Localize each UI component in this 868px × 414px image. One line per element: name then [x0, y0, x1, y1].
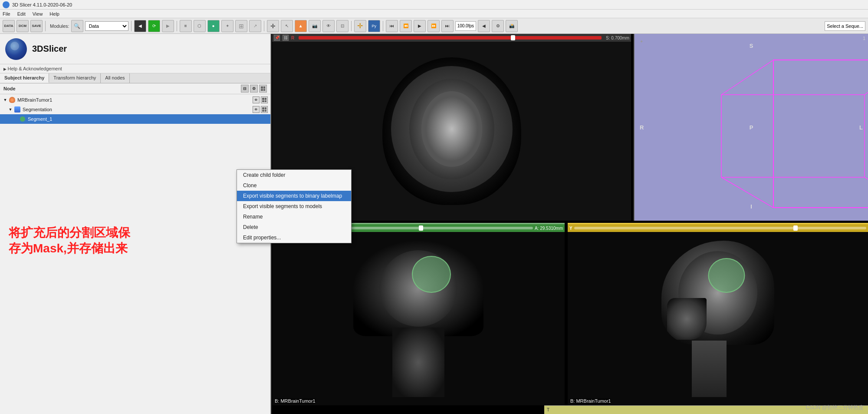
menu-file[interactable]: File	[3, 11, 10, 17]
annotation-line2: 存为Mask,并存储出来	[9, 241, 234, 256]
menu-bar: File Edit View Help	[0, 10, 868, 18]
toolbar-cam-btn[interactable]: 📷	[309, 20, 321, 32]
toolbar-seq-play-btn[interactable]: ▶	[414, 20, 426, 32]
context-menu: Create child folder Clone Export visible…	[237, 169, 352, 243]
label-L: L	[859, 124, 863, 131]
tree-label-seg1: Segment_1	[28, 116, 52, 122]
toolbar-home-btn[interactable]: ⟳	[148, 20, 160, 32]
toolbar-seq-start-btn[interactable]: ⏮	[386, 20, 398, 32]
brain-texture	[391, 66, 513, 192]
ctx-delete[interactable]: Delete	[237, 222, 351, 232]
skull-shape	[382, 57, 521, 205]
toolbar-seq-end-btn[interactable]: ⏭	[441, 20, 454, 32]
toolbar-sep1	[45, 21, 46, 31]
toolbar-sphere-btn[interactable]: ●	[207, 20, 220, 32]
toolbar-screenshot-btn[interactable]: 📸	[506, 20, 518, 32]
menu-view[interactable]: View	[33, 11, 43, 17]
sequence-selector[interactable]: Select a Seque...	[825, 21, 865, 31]
annotation: 将扩充后的分割区域保 存为Mask,并存储出来	[9, 225, 234, 257]
expand-icon-mrbrain: ▼	[3, 98, 8, 102]
sagittal-head	[661, 241, 774, 345]
expand-icon-seg: ▼	[8, 107, 13, 112]
viewport-area: 📌 ⛓ R S: 0.700mm B: MRBrainTumor1	[272, 34, 868, 414]
sagittal-brain-bg	[568, 232, 868, 405]
svg-marker-0	[773, 60, 868, 208]
brain-icon	[9, 96, 16, 103]
modules-select[interactable]: Data	[85, 21, 128, 31]
logo-area: 3DSlicer	[0, 34, 270, 64]
grid-icon-mrbrain[interactable]	[261, 96, 268, 103]
eye-icon-seg[interactable]: 👁	[253, 106, 260, 113]
toolbar-view-btn[interactable]: 👁	[322, 20, 335, 32]
toolbar-cursor-btn[interactable]: ↖	[281, 20, 293, 32]
tab-subject-hierarchy[interactable]: Subject hierarchy	[0, 73, 49, 83]
ctx-clone[interactable]: Clone	[237, 180, 351, 191]
watermark: CSDN @拒绝三分钟热度	[806, 404, 864, 411]
logo-text: 3DSlicer	[32, 44, 67, 54]
toolbar-dcm-btn[interactable]: DCM	[16, 20, 29, 32]
window-title: 3D Slicer 4.11.0-2020-06-20	[12, 2, 72, 7]
toolbar-sep2	[131, 21, 132, 31]
label-P: P	[750, 124, 753, 131]
axial-pin-icon[interactable]: 📌	[274, 35, 280, 41]
tree-item-mrbrain[interactable]: ▼ MRBrainTumor1 👁	[0, 95, 270, 105]
node-grid-icon[interactable]	[259, 85, 267, 93]
toolbar-list-btn[interactable]: ≡	[180, 20, 192, 32]
hierarchy-tabs: Subject hierarchy Transform hierarchy Al…	[0, 73, 270, 83]
menu-edit[interactable]: Edit	[17, 11, 26, 17]
node-toolbar-icons: ⊟ ⚙	[241, 85, 267, 93]
axial-link-icon[interactable]: ⛓	[283, 35, 289, 41]
ctx-rename[interactable]: Rename	[237, 212, 351, 222]
toolbar-cube-btn[interactable]: ⬡	[194, 20, 206, 32]
coronal-head	[353, 241, 483, 336]
toolbar-fps-down[interactable]: ◀	[478, 20, 490, 32]
toolbar-arrow-btn[interactable]: ↗	[249, 20, 261, 32]
toolbar-back-btn[interactable]: ◀	[134, 20, 146, 32]
sagittal-ruler[interactable]	[574, 227, 866, 229]
toolbar-grid-btn[interactable]: ⊞	[235, 20, 247, 32]
toolbar-fps-cfg[interactable]: ⚙	[492, 20, 504, 32]
svg-line-4	[865, 177, 868, 208]
menu-help[interactable]: Help	[49, 11, 59, 17]
toolbar: DATA DCM SAVE Modules: 🔍 Data ◀ ⟳ ▶ ≡ ⬡ …	[0, 18, 868, 34]
node-filter-icon[interactable]: ⊟	[241, 85, 249, 93]
view-coronal: G A: 29.5310mm B: MRBrainTumor1	[272, 223, 565, 405]
tab-all-nodes[interactable]: All nodes	[101, 73, 129, 83]
toolbar-puzzle-btn[interactable]: ✦	[221, 20, 233, 32]
tree-area: ▼ MRBrainTumor1 👁 ▼ Segme	[0, 94, 270, 125]
tree-item-segment1[interactable]: Segment_1	[0, 114, 270, 124]
toolbar-seq-prev-btn[interactable]: ⏪	[400, 20, 412, 32]
eye-icon-mrbrain[interactable]: 👁	[253, 96, 260, 103]
toolbar-data-btn[interactable]: DATA	[3, 20, 15, 32]
node-settings-icon[interactable]: ⚙	[250, 85, 258, 93]
axial-r-label: R	[291, 36, 294, 40]
seg1-icon	[19, 116, 26, 123]
toolbar-fwd-btn[interactable]: ▶	[162, 20, 174, 32]
coronal-brain-bg	[272, 232, 565, 405]
toolbar-sep3	[177, 21, 177, 31]
toolbar-seq-next-btn[interactable]: ⏩	[427, 20, 440, 32]
axial-ruler[interactable]	[299, 36, 602, 40]
tree-item-segmentation[interactable]: ▼ Segmentation 👁	[0, 105, 270, 114]
toolbar-roi-btn[interactable]: ⊡	[336, 20, 349, 32]
sagittal-neck	[692, 341, 727, 397]
tab-transform-hierarchy[interactable]: Transform hierarchy	[49, 73, 101, 83]
help-bar[interactable]: Help & Acknowledgement	[0, 64, 270, 73]
ctx-create-folder[interactable]: Create child folder	[237, 170, 351, 180]
toolbar-py-btn[interactable]: Py	[368, 20, 380, 32]
grid-icon-seg[interactable]	[261, 106, 268, 113]
ctx-export-models[interactable]: Export visible segments to models	[237, 201, 351, 212]
toolbar-save-btn[interactable]: SAVE	[30, 20, 43, 32]
tumor-coronal	[412, 256, 451, 293]
node-header: Node ⊟ ⚙	[0, 83, 270, 94]
toolbar-color-btn[interactable]: ▲	[295, 20, 307, 32]
toolbar-crosshair-btn[interactable]: ✛	[267, 20, 279, 32]
app-logo	[5, 38, 27, 60]
tree-label-mrbrain: MRBrainTumor1	[17, 97, 52, 103]
ctx-edit-properties[interactable]: Edit properties...	[237, 232, 351, 243]
search-icon[interactable]: 🔍	[71, 20, 83, 32]
toolbar-plus-btn[interactable]: ✛	[354, 20, 366, 32]
ctx-export-binary[interactable]: Export visible segments to binary labelm…	[237, 191, 351, 201]
coronal-neck	[392, 328, 444, 397]
sagittal-ruler-bar: Y	[568, 224, 868, 232]
